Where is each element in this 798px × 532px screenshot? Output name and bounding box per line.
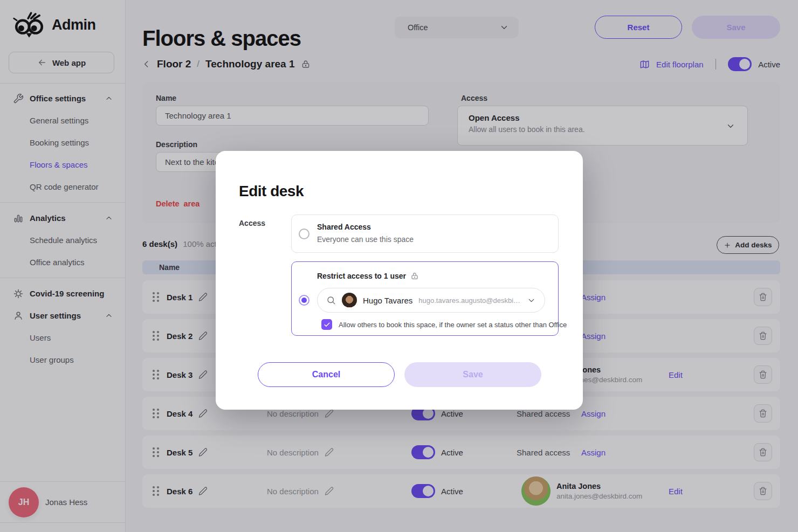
modal-save-button[interactable]: Save [404,362,541,387]
search-icon [326,295,336,305]
modal-access-label: Access [239,219,265,227]
selected-user-name: Hugo Tavares [363,296,412,305]
shared-access-option[interactable]: Shared Access Everyone can use this spac… [291,215,559,253]
allow-others-label: Allow others to book this space, if the … [339,321,567,329]
user-search-combobox[interactable]: Hugo Tavares hugo.tavares.augusto@deskbi… [317,288,545,313]
shared-access-title: Shared Access [317,223,371,231]
shared-access-radio[interactable] [299,229,309,239]
selected-user-email: hugo.tavares.augusto@deskbird.com [418,296,521,305]
allow-others-checkbox[interactable] [321,319,332,330]
restrict-access-title-text: Restrict access to 1 user [317,272,406,280]
restrict-access-option[interactable]: Restrict access to 1 user Hugo Tavares h… [291,261,559,336]
avatar [342,293,357,308]
restrict-access-radio[interactable] [299,295,309,306]
cancel-button[interactable]: Cancel [258,362,395,387]
lock-icon [410,272,419,280]
restrict-access-title: Restrict access to 1 user [317,272,419,280]
edit-desk-modal: Edit desk Access Shared Access Everyone … [216,151,583,410]
modal-title: Edit desk [239,183,304,200]
chevron-down-icon[interactable] [527,296,536,305]
allow-others-row: Allow others to book this space, if the … [321,319,567,330]
shared-access-subtitle: Everyone can use this space [317,235,414,244]
